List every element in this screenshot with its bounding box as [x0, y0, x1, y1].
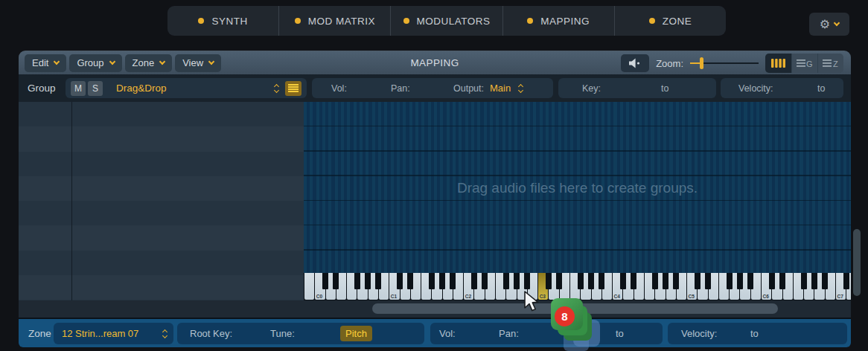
zone-pitch-button[interactable]: Pitch	[340, 326, 372, 341]
black-key-D#6[interactable]	[779, 273, 785, 289]
zone-name-selector[interactable]: 12 Strin...ream 07	[62, 323, 138, 344]
zone-root-key-field[interactable]: Root Key:	[190, 323, 232, 344]
piano-keys-icon	[771, 59, 785, 68]
tab-active-dot	[403, 18, 409, 24]
black-key-D#2[interactable]	[482, 273, 488, 289]
black-key-C#7[interactable]	[843, 273, 849, 289]
black-key-G#4[interactable]	[663, 273, 668, 289]
group-menu[interactable]: Group	[69, 54, 121, 72]
mapping-editor-window: Edit Group Zone View MAPPING Zoom:	[19, 51, 851, 347]
tab-active-dot	[295, 18, 301, 24]
tab-label: MODULATORS	[417, 16, 491, 27]
black-key-A#0[interactable]	[375, 273, 381, 289]
settings-menu-button[interactable]: ⚙	[809, 13, 849, 36]
black-key-A#6[interactable]	[822, 273, 828, 289]
group-name-stepper[interactable]	[275, 78, 278, 98]
up-down-chevron-icon	[163, 330, 167, 338]
black-key-D#5[interactable]	[705, 273, 711, 289]
zone-menu[interactable]: Zone	[125, 54, 173, 72]
zone-velocity-to: to	[750, 323, 759, 344]
key-mapping-grid[interactable]: Drag audio files here to create groups.	[304, 102, 851, 273]
svg-text:Z: Z	[833, 59, 838, 68]
tab-synth[interactable]: SYNTH	[167, 6, 278, 36]
black-key-D#4[interactable]	[631, 273, 636, 289]
black-key-C#3[interactable]	[546, 273, 552, 289]
black-key-G#0[interactable]	[365, 273, 371, 289]
tab-label: ZONE	[663, 16, 692, 27]
white-key-B-1[interactable]	[304, 273, 314, 300]
toolbar-right-controls: Zoom:	[621, 51, 843, 75]
black-key-F#1[interactable]	[429, 273, 435, 289]
list-zone-icon: Z	[823, 59, 839, 68]
chevron-down-icon	[208, 59, 214, 65]
horizontal-scroll-strip	[19, 300, 851, 318]
black-key-C#4[interactable]	[620, 273, 626, 289]
zoom-label: Zoom:	[656, 58, 683, 69]
group-name-selector[interactable]: Drag&Drop	[116, 78, 167, 98]
black-key-D#1[interactable]	[407, 273, 413, 289]
octave-label: C0	[316, 294, 322, 299]
black-key-F#3[interactable]	[578, 273, 584, 289]
tab-mod-matrix[interactable]: MOD MATRIX	[278, 6, 390, 36]
chevron-down-icon	[109, 59, 115, 65]
group-output-selector[interactable]: Main	[490, 78, 511, 98]
chevron-down-icon	[834, 20, 840, 26]
zone-tune-field[interactable]: Tune:	[270, 323, 295, 344]
mute-button[interactable]: M	[71, 81, 86, 96]
solo-button[interactable]: S	[88, 81, 103, 96]
black-key-G#3[interactable]	[588, 273, 594, 289]
black-key-F#0[interactable]	[354, 273, 360, 289]
black-key-F#4[interactable]	[652, 273, 658, 289]
menu-label: View	[182, 57, 203, 68]
black-key-G#1[interactable]	[439, 273, 445, 289]
tab-modulators[interactable]: MODULATORS	[390, 6, 502, 36]
view-menu[interactable]: View	[175, 54, 221, 72]
zone-parameter-row: Zone 12 Strin...ream 07 Root Key: Tune: …	[19, 318, 851, 347]
zoom-slider-thumb[interactable]	[700, 57, 703, 69]
zone-name-panel: 12 Strin...ream 07	[54, 323, 173, 344]
black-key-C#1[interactable]	[397, 273, 403, 289]
group-pan-field[interactable]: Pan:	[391, 78, 410, 98]
tab-zone[interactable]: ZONE	[614, 6, 726, 36]
black-key-C#0[interactable]	[322, 273, 328, 289]
view-group-list-button[interactable]: G	[791, 54, 817, 73]
svg-text:G: G	[806, 59, 813, 68]
octave-label: C7	[837, 294, 843, 299]
black-key-G#2[interactable]	[514, 273, 520, 289]
black-key-A#5[interactable]	[747, 273, 753, 289]
tab-mapping[interactable]: MAPPING	[502, 6, 614, 36]
black-key-F#6[interactable]	[801, 273, 807, 289]
zoom-slider[interactable]	[690, 57, 759, 69]
group-vol-field[interactable]: Vol:	[331, 78, 347, 98]
black-key-A#4[interactable]	[673, 273, 679, 289]
group-list-button[interactable]	[285, 78, 301, 98]
black-key-C#2[interactable]	[471, 273, 477, 289]
view-zone-list-button[interactable]: Z	[817, 54, 843, 73]
zone-pan-field[interactable]: Pan:	[499, 323, 519, 344]
group-table[interactable]	[19, 102, 304, 300]
octave-label: C4	[614, 294, 620, 299]
group-output-stepper[interactable]	[519, 78, 523, 98]
gear-icon: ⚙	[820, 19, 830, 30]
black-key-A#1[interactable]	[450, 273, 456, 289]
black-key-A#2[interactable]	[524, 273, 530, 289]
black-key-G#6[interactable]	[811, 273, 817, 289]
piano-keyboard[interactable]: C0C1C2C3C4C5C6C7	[304, 273, 851, 300]
black-key-A#3[interactable]	[599, 273, 604, 289]
black-key-F#5[interactable]	[727, 273, 733, 289]
view-keyboard-button[interactable]	[765, 54, 791, 73]
audition-button[interactable]	[621, 54, 649, 72]
vertical-scrollbar[interactable]	[853, 229, 861, 296]
black-key-C#5[interactable]	[695, 273, 701, 289]
zone-row-label: Zone	[28, 319, 51, 347]
black-key-C#6[interactable]	[769, 273, 775, 289]
group-name-panel: M S Drag&Drop	[66, 78, 307, 98]
black-key-F#2[interactable]	[503, 273, 509, 289]
zone-vol-field[interactable]: Vol:	[439, 323, 456, 344]
black-key-D#0[interactable]	[333, 273, 339, 289]
plugin-tab-bar: SYNTH MOD MATRIX MODULATORS MAPPING ZONE	[167, 6, 726, 36]
black-key-G#5[interactable]	[737, 273, 743, 289]
zone-name-stepper[interactable]	[163, 323, 167, 344]
edit-menu[interactable]: Edit	[25, 54, 66, 72]
black-key-D#3[interactable]	[556, 273, 562, 289]
